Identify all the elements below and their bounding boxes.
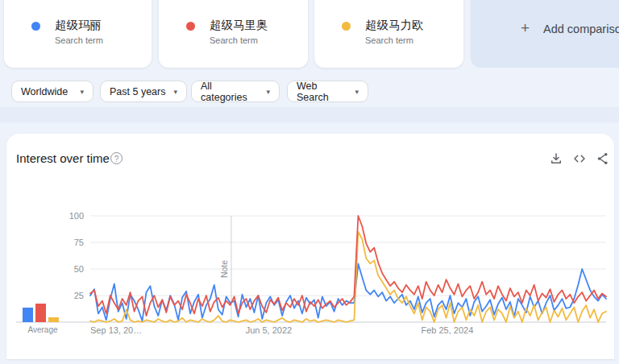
interest-over-time-card: Interest over time ? 255075100NoteSep 13… <box>6 134 614 359</box>
svg-text:Sep 13, 20…: Sep 13, 20… <box>90 325 142 335</box>
svg-text:25: 25 <box>74 291 84 300</box>
term-card-2[interactable]: 超级马里奥 Search term <box>159 0 308 68</box>
category-filter-dropdown[interactable]: All categories ▾ <box>191 81 280 102</box>
region-filter-label: Worldwide <box>21 86 68 97</box>
svg-text:Feb 25, 2024: Feb 25, 2024 <box>421 325 473 335</box>
add-comparison-button[interactable]: + Add comparison <box>471 0 619 68</box>
background-band <box>0 107 619 122</box>
average-mini-chart: Average <box>23 304 59 334</box>
region-filter-dropdown[interactable]: Worldwide ▾ <box>11 81 93 102</box>
chevron-down-icon: ▾ <box>80 88 84 96</box>
plus-icon: + <box>521 19 530 37</box>
series-color-dot-red <box>186 22 195 31</box>
svg-text:Note: Note <box>219 260 229 278</box>
chevron-down-icon: ▾ <box>173 88 177 96</box>
svg-text:100: 100 <box>69 211 84 221</box>
term-title: 超级马力欧 <box>365 18 424 33</box>
average-label: Average <box>27 325 58 334</box>
term-subtitle: Search term <box>365 35 413 45</box>
term-subtitle: Search term <box>210 35 258 45</box>
term-subtitle: Search term <box>55 35 103 45</box>
time-filter-label: Past 5 years <box>110 86 165 97</box>
search-type-filter-label: Web Search <box>297 81 348 103</box>
term-card-3[interactable]: 超级马力欧 Search term <box>314 0 463 68</box>
category-filter-label: All categories <box>201 81 260 103</box>
search-type-filter-dropdown[interactable]: Web Search ▾ <box>287 81 368 102</box>
chevron-down-icon: ▾ <box>355 88 359 96</box>
time-filter-dropdown[interactable]: Past 5 years ▾ <box>100 81 187 102</box>
series-color-dot-yellow <box>342 22 351 31</box>
series-color-dot-blue <box>31 22 40 31</box>
svg-text:Jun 5, 2022: Jun 5, 2022 <box>246 325 293 335</box>
add-comparison-label: Add comparison <box>543 23 619 35</box>
term-title: 超级玛丽 <box>55 18 102 33</box>
svg-text:75: 75 <box>74 238 84 247</box>
term-title: 超级马里奥 <box>210 18 268 33</box>
interest-over-time-chart: 255075100NoteSep 13, 20…Jun 5, 2022Feb 2… <box>6 134 614 359</box>
term-card-1[interactable]: 超级玛丽 Search term <box>4 0 152 68</box>
chevron-down-icon: ▾ <box>266 88 270 96</box>
svg-text:50: 50 <box>74 264 84 274</box>
google-trends-explore-page: 超级玛丽 Search term 超级马里奥 Search term 超级马力欧… <box>0 0 619 364</box>
